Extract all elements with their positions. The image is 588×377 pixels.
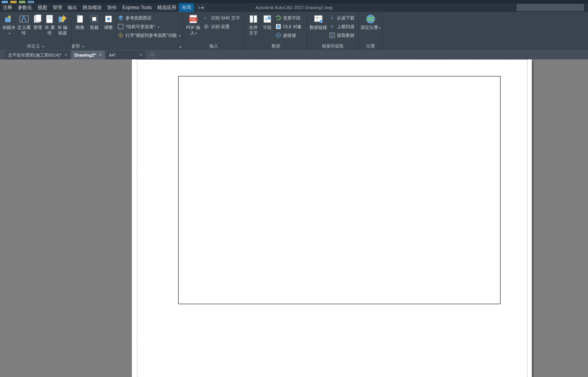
btn-recognize-shx[interactable]: A识别 SHX 文字 (202, 13, 241, 22)
btn-adjust[interactable]: 调整 (101, 13, 116, 30)
svg-rect-5 (46, 15, 53, 23)
tag-icon (19, 14, 29, 24)
menu-addins[interactable]: 附加模块 (80, 3, 105, 12)
svg-point-39 (366, 15, 375, 23)
btn-label: 合并 文字 (246, 25, 261, 36)
frame-icon (118, 23, 124, 30)
btn-underlay-layers[interactable]: 参考底图图层 (116, 13, 182, 22)
btn-snap-underlay[interactable]: 打开"捕捉到参考底图"功能 (116, 31, 182, 40)
layout-viewport-frame[interactable] (178, 76, 500, 304)
btn-hyperlink[interactable]: 超链接 (274, 31, 303, 40)
search-input[interactable] (517, 4, 584, 11)
doc-tab-label: 总平面布置图(施工图0914)* (8, 52, 61, 58)
svg-rect-12 (92, 17, 96, 21)
sheets-icon (32, 14, 43, 24)
btn-download-source[interactable]: 从源下载 (328, 13, 356, 22)
ribbon: 创建块 定义属性 管理 块 属性 块 编辑器 块定义 (0, 12, 588, 50)
btn-extract-data[interactable]: 提取数据 (328, 31, 356, 40)
pdf-icon: PDF (188, 14, 198, 24)
row-label: 超链接 (283, 32, 296, 38)
shx-icon: A (203, 15, 209, 21)
ole-icon (275, 23, 282, 30)
btn-ole-object[interactable]: OLE 对象 (274, 22, 303, 31)
doc-tab-label: Drawing2* (74, 53, 96, 57)
drawing-viewport[interactable] (0, 59, 588, 377)
btn-label: 附着 (76, 25, 84, 30)
btn-merge-text[interactable]: 合并 文字 (246, 13, 261, 36)
close-icon[interactable]: × (139, 52, 142, 58)
menu-parametric[interactable]: 参数化 (15, 3, 35, 12)
btn-update-field[interactable]: 更新字段 (274, 13, 303, 22)
btn-define-attr[interactable]: 定义属性 (17, 13, 32, 36)
doc-tab[interactable]: Drawing2* × (71, 51, 105, 59)
row-label: 打开"捕捉到参考底图"功能 (126, 32, 177, 38)
btn-frame-vary[interactable]: *边框可变选项* (116, 22, 182, 31)
menu-annotate[interactable]: 注释 (0, 3, 15, 12)
app-title: Autodesk AutoCAD 2022 Drawing2.dwg (255, 5, 332, 10)
menu-view[interactable]: 视图 (35, 3, 50, 12)
sparkle-icon (4, 14, 14, 24)
doc-tab-label: A4* (109, 53, 116, 57)
close-icon[interactable]: × (99, 52, 102, 58)
row-label: OLE 对象 (283, 24, 302, 30)
add-tab-button[interactable]: + (148, 51, 156, 59)
btn-pdf-import[interactable]: PDF PDF 输入 (185, 13, 202, 36)
close-icon[interactable]: × (65, 52, 67, 58)
upload-icon (329, 23, 335, 30)
menu-collab[interactable]: 协作 (105, 3, 120, 12)
clip-adjust-icon (103, 14, 114, 24)
merge-icon (248, 14, 259, 24)
btn-set-location[interactable]: 设定位置 (360, 13, 381, 31)
btn-label: 创建块 (2, 25, 17, 36)
menu-featured[interactable]: 精选应用 (154, 3, 179, 12)
globe-icon (365, 14, 376, 24)
btn-recognize-settings[interactable]: 识别 设置 (202, 22, 241, 31)
btn-data-link[interactable]: 数据链接 (309, 13, 328, 30)
btn-upload-source[interactable]: 上载到源 (328, 22, 356, 31)
menu-express[interactable]: Express Tools (120, 3, 154, 12)
row-label: 上载到源 (337, 24, 354, 30)
panel-reference: 附着 剪裁 调整 参考底图图层 *边框可变选项* 打开"捕捉到参考底图"功能 参… (71, 12, 183, 50)
btn-label: 数据链接 (310, 25, 327, 30)
btn-clip[interactable]: 剪裁 (87, 13, 101, 30)
btn-label: 剪裁 (90, 25, 99, 30)
menu-layout[interactable]: 布局 (179, 3, 194, 12)
row-label: 参考底图图层 (126, 15, 152, 21)
panel-location: 设定位置 位置 (359, 12, 382, 50)
svg-marker-16 (118, 17, 123, 21)
svg-point-19 (120, 35, 122, 36)
btn-field[interactable]: A 字段 (261, 13, 274, 30)
svg-rect-30 (268, 17, 270, 19)
svg-rect-0 (5, 17, 11, 22)
update-icon (275, 15, 282, 21)
svg-rect-26 (250, 15, 253, 23)
doc-tab[interactable]: A4* × (106, 51, 145, 59)
btn-create-block[interactable]: 创建块 (2, 13, 17, 36)
menu-output[interactable]: 输出 (65, 3, 80, 12)
btn-block-attr[interactable]: 块 属性 (44, 13, 56, 36)
link-icon (275, 32, 282, 38)
panel-title: 输入 (183, 42, 244, 50)
clip-doc-icon (75, 14, 85, 24)
panel-data: 合并 文字 A 字段 更新字段 OLE 对象 超链接 数据 (245, 12, 307, 50)
row-label: 识别 设置 (211, 24, 230, 30)
btn-label: 定义属性 (17, 25, 32, 36)
row-label: 更新字段 (283, 15, 301, 21)
row-label: 提取数据 (337, 32, 354, 38)
extract-icon (329, 32, 335, 38)
btn-label: 调整 (104, 25, 113, 30)
snap-icon (118, 32, 124, 38)
row-label: 从源下载 (337, 15, 354, 21)
btn-manage[interactable]: 管理 (32, 13, 44, 30)
datalink-icon (313, 14, 323, 24)
svg-text:A: A (265, 17, 268, 21)
field-icon: A (262, 14, 272, 24)
menu-overflow[interactable]: ▪ ▾ (196, 4, 206, 11)
panel-title[interactable]: 参照 (71, 42, 183, 50)
menu-manage[interactable]: 管理 (50, 3, 65, 12)
btn-label: 字段 (263, 25, 272, 30)
btn-block-editor[interactable]: 块 编辑器 (56, 13, 69, 36)
btn-attach[interactable]: 附着 (73, 13, 87, 30)
panel-title[interactable]: 块定义 (0, 42, 71, 50)
doc-tab[interactable]: 总平面布置图(施工图0914)* × (5, 51, 70, 59)
